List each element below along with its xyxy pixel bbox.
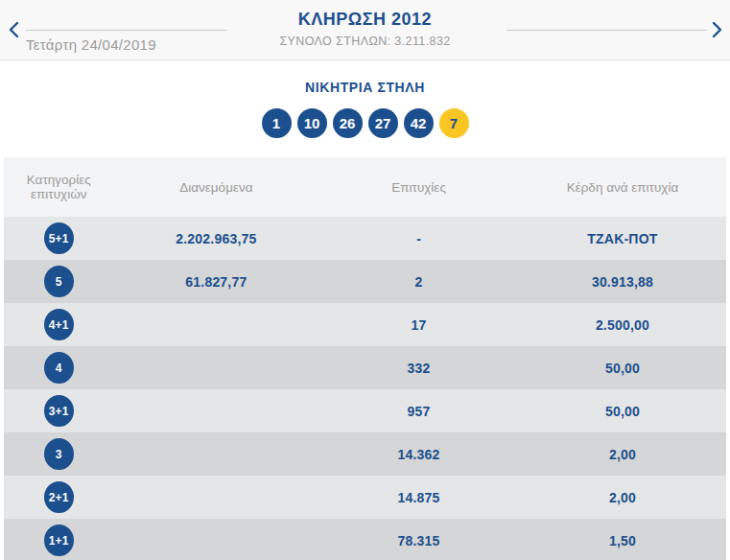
prize-per-winner: 50,00 — [519, 389, 726, 432]
next-draw-button[interactable] — [707, 20, 726, 39]
category-badge: 2+1 — [44, 481, 74, 513]
table-row: 3+1 957 50,00 — [4, 389, 726, 432]
winning-number-ball: 26 — [333, 108, 363, 138]
distributed-amount — [113, 432, 318, 476]
table-header-row: Κατηγορίες επιτυχιών Διανεμόμενα Επιτυχί… — [4, 157, 726, 217]
winning-number-ball: 27 — [368, 108, 398, 138]
results-table-body: 5+1 2.202.963,75 - ΤΖΑΚ-ΠΟΤ 5 61.827,77 … — [4, 217, 726, 560]
winning-number-ball: 10 — [297, 108, 327, 138]
winners-count: 2 — [318, 260, 519, 303]
winners-count: - — [318, 217, 519, 260]
table-row: 2+1 14.875 2,00 — [4, 476, 726, 519]
bonus-number-ball: 7 — [439, 108, 469, 138]
table-row: 5+1 2.202.963,75 - ΤΖΑΚ-ΠΟΤ — [4, 217, 726, 260]
prize-per-winner: 2.500,00 — [519, 303, 726, 346]
prize-categories-table: Κατηγορίες επιτυχιών Διανεμόμενα Επιτυχί… — [4, 157, 726, 560]
prize-per-winner: 50,00 — [519, 346, 726, 389]
prize-per-winner: 1,50 — [519, 519, 726, 560]
category-badge: 5+1 — [44, 222, 74, 254]
category-badge: 3+1 — [44, 395, 74, 427]
category-badge: 4 — [44, 352, 74, 384]
category-badge: 4+1 — [44, 309, 74, 340]
winners-count: 957 — [318, 389, 519, 432]
winning-column-section: ΝΙΚΗΤΡΙΑ ΣΤΗΛΗ 1102627427 — [0, 60, 730, 138]
winners-count: 17 — [318, 303, 519, 346]
winners-count: 78.315 — [318, 519, 519, 560]
distributed-amount — [113, 303, 318, 346]
table-row: 1+1 78.315 1,50 — [4, 519, 726, 560]
column-header-prize: Κέρδη ανά επιτυχία — [519, 157, 726, 217]
column-header-distributed: Διανεμόμενα — [113, 157, 318, 217]
prize-per-winner: 2,00 — [519, 476, 726, 519]
column-header-winners: Επιτυχίες — [318, 157, 519, 217]
right-divider-line — [506, 30, 707, 31]
category-badge: 3 — [44, 438, 74, 470]
chevron-right-icon — [707, 20, 726, 39]
column-header-categories: Κατηγορίες επιτυχιών — [4, 157, 113, 217]
table-row: 4+1 17 2.500,00 — [4, 303, 726, 346]
table-row: 4 332 50,00 — [4, 346, 726, 389]
draw-navigation-bar: Τετάρτη 24/04/2019 ΚΛΗΡΩΣΗ 2012 ΣΥΝΟΛΟ Σ… — [0, 0, 730, 60]
category-badge: 1+1 — [44, 525, 74, 556]
category-badge: 5 — [44, 266, 74, 297]
distributed-amount: 2.202.963,75 — [113, 217, 318, 260]
winners-count: 332 — [318, 346, 519, 389]
distributed-amount — [113, 476, 318, 519]
winning-number-ball: 42 — [404, 108, 434, 138]
winners-count: 14.362 — [318, 432, 519, 476]
winning-numbers: 1102627427 — [0, 108, 730, 138]
table-row: 5 61.827,77 2 30.913,88 — [4, 260, 726, 303]
draw-title: ΚΛΗΡΩΣΗ 2012 — [0, 10, 730, 30]
prize-per-winner: 2,00 — [519, 432, 726, 476]
prize-per-winner: ΤΖΑΚ-ΠΟΤ — [519, 217, 726, 260]
total-columns-label: ΣΥΝΟΛΟ ΣΤΗΛΩΝ: 3.211.832 — [0, 35, 730, 48]
winning-number-ball: 1 — [262, 108, 292, 138]
winners-count: 14.875 — [318, 476, 519, 519]
left-divider-line — [26, 30, 227, 31]
prize-per-winner: 30.913,88 — [519, 260, 726, 303]
distributed-amount — [113, 389, 318, 432]
distributed-amount — [113, 346, 318, 389]
table-row: 3 14.362 2,00 — [4, 432, 726, 476]
distributed-amount — [113, 519, 318, 560]
winning-column-heading: ΝΙΚΗΤΡΙΑ ΣΤΗΛΗ — [0, 60, 730, 95]
distributed-amount: 61.827,77 — [113, 260, 318, 303]
